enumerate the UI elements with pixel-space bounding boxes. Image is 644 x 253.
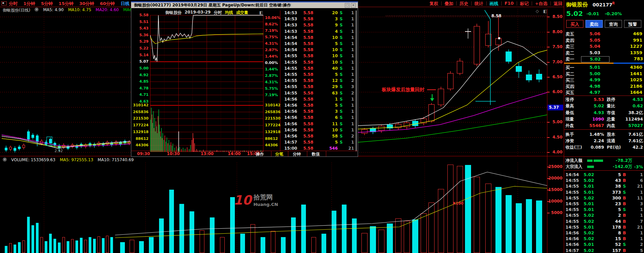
last-price: 5.02 <box>566 9 583 18</box>
trade-time: 14:55 <box>284 78 298 84</box>
trade-volume: 1 <box>319 97 338 103</box>
trade-volume: 6 <box>319 115 338 121</box>
popup-pct-label: 5.75% <box>265 35 283 39</box>
flow-bar <box>594 160 603 162</box>
trade-time: 14:53 <box>284 10 298 17</box>
window-icon[interactable] <box>1 1 7 5</box>
stat-value: 2.24 <box>583 138 604 145</box>
tick-row: 14:555.01178B21 <box>565 225 643 231</box>
popup-footer-action[interactable]: 操作 <box>256 151 264 157</box>
menu-返回[interactable]: 返回 <box>554 1 562 7</box>
trade-row: 14:555.5812S2 <box>284 78 355 84</box>
kline-header: 御银股份(日线) v MA5: 4.90MA10: 4.75MA20: 4.60… <box>3 7 146 13</box>
price-tag: 5.37 <box>548 105 563 110</box>
tab-日线[interactable]: 日线 <box>120 1 129 7</box>
popup-titlebar[interactable]: 御银股份(002177) 2019年03月29日 星期五 PageUp/Down… <box>131 2 358 8</box>
minimize-icon[interactable]: □ <box>345 3 350 8</box>
book-row-买四[interactable]: 买四4.982186 <box>565 84 643 90</box>
book-label: 买三 <box>565 77 576 83</box>
flow-label: 大宗流入 <box>565 164 587 170</box>
tab-分笔[interactable]: 分笔 <box>275 151 283 157</box>
stock-name: 御银股份 <box>566 1 588 8</box>
toolbar-separator: | <box>486 1 487 7</box>
time-axis-label: 14:00 <box>228 151 241 156</box>
trade-price: 5.58 <box>298 97 319 103</box>
tick-flag: S <box>621 242 628 248</box>
tick-count: 1 <box>628 190 643 196</box>
button-买入[interactable]: 买入 <box>566 20 583 28</box>
stat-row: 现量1090总量112494 <box>565 117 643 123</box>
menu-复权[interactable]: 复权 <box>429 1 438 7</box>
menu-画线[interactable]: 画线 <box>490 1 498 7</box>
tick-count: 5 <box>628 248 643 253</box>
book-row-卖四[interactable]: 卖四5.05991 <box>565 38 643 44</box>
button-预警[interactable]: 预警 <box>624 20 641 28</box>
menu-叠加[interactable]: 叠加 <box>444 1 453 7</box>
book-label: 卖三 <box>565 44 576 50</box>
volume-ma10: MA10: 715740.69 <box>98 157 134 162</box>
trade-volume: 10 <box>319 60 338 66</box>
trade-row: 14:545.5810S1 <box>284 35 355 41</box>
tick-row: 14:565.0152S2 <box>565 242 643 248</box>
trade-flag: S <box>338 35 345 41</box>
tab-分钟[interactable]: 分钟 <box>293 151 301 157</box>
trade-count: 2 <box>345 91 354 97</box>
popup-title: 御银股份(002177) 2019年03月29日 星期五 PageUp/Down… <box>134 3 291 7</box>
trade-volume: 40 <box>319 66 338 72</box>
close-icon[interactable]: × <box>351 3 356 8</box>
tab-5分钟[interactable]: 5分钟 <box>41 1 53 7</box>
tab-15分钟[interactable]: 15分钟 <box>59 1 73 7</box>
trade-count: 1 <box>345 60 354 66</box>
menu-统计[interactable]: 统计 <box>474 1 483 7</box>
book-row-卖三[interactable]: 卖三5.041227 <box>565 44 643 50</box>
tab-60分钟[interactable]: 60分钟 <box>100 1 115 7</box>
tick-volume: 52 <box>599 242 621 248</box>
trade-row: 14:565.5810S1 <box>284 128 355 134</box>
trade-price: 5.58 <box>298 35 319 41</box>
book-row-买二[interactable]: 买二5.001441 <box>565 71 643 77</box>
trade-volume: 29 <box>319 84 338 90</box>
axis-tick-label: 7.50 <box>548 44 562 49</box>
menu-+自选[interactable]: +自选 <box>535 1 548 7</box>
tick-flag: S <box>621 184 628 190</box>
popup-pct-label: 2.87% <box>265 73 283 78</box>
tick-flag: B <box>621 178 628 184</box>
tab-分时[interactable]: 分时 <box>9 1 18 7</box>
button-查询[interactable]: 查询 <box>605 20 622 28</box>
tab-1分钟[interactable]: 1分钟 <box>23 1 35 7</box>
popup-chart-header: 御银股份 2019-03-29 分时 均线 成交量 <box>150 10 263 16</box>
book-row-买五[interactable]: 买五4.971664 <box>565 90 643 96</box>
stat-label: 最高 <box>565 103 583 110</box>
tab-30分钟[interactable]: 30分钟 <box>79 1 94 7</box>
tab-数值[interactable]: 数值 <box>312 151 320 157</box>
chevron-down-icon[interactable]: v <box>3 157 7 162</box>
book-row-买三[interactable]: 买三4.991025 <box>565 77 643 83</box>
book-row-卖二[interactable]: 卖二5.031359 <box>565 50 643 56</box>
stat-row: 最低4.93市值38.2亿 <box>565 110 643 117</box>
trade-row: 14:565.585S1 <box>284 103 355 109</box>
panel-toggle-icon[interactable]: ◧ <box>543 9 547 14</box>
stat-value: 0.089 <box>583 145 604 151</box>
book-row-卖一[interactable]: 卖一5.02783 <box>565 56 643 62</box>
panel-toggle-icon[interactable]: ◧ <box>259 10 263 15</box>
trade-price: 5.58 <box>298 17 319 23</box>
book-label: 买五 <box>565 90 576 96</box>
button-卖出[interactable]: 卖出 <box>585 20 603 28</box>
popup-pct-label: 1.44% <box>265 54 283 59</box>
chart-title: 御银股份(日线) <box>3 7 30 13</box>
menu-标记[interactable]: 标记 <box>520 1 529 7</box>
menu-历史[interactable]: 历史 <box>460 1 468 7</box>
book-row-卖五[interactable]: 卖五5.06469 <box>565 31 643 37</box>
trade-row: 14:565.586S1 <box>284 115 355 121</box>
scrollbar[interactable] <box>356 10 357 151</box>
menu-F10[interactable]: F10 <box>505 1 514 7</box>
book-price: 5.06 <box>576 31 614 37</box>
book-row-买一[interactable]: 买一5.014360 <box>565 65 643 71</box>
diamond-icon[interactable]: ◇ <box>536 9 539 14</box>
trade-row: 14:565.581S1 <box>284 97 355 103</box>
chevron-down-icon[interactable]: v <box>35 7 39 12</box>
popup-date: 2019-03-29 <box>185 10 211 16</box>
book-price: 5.03 <box>576 50 614 56</box>
popup-price-label: 4.78 <box>132 86 149 90</box>
popup-pct-label: 7.19% <box>265 93 283 97</box>
